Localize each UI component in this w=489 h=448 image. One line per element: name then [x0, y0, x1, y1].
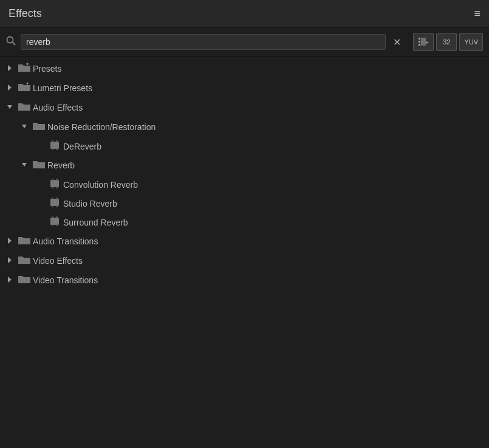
- svg-rect-28: [56, 205, 58, 207]
- yuv-button[interactable]: YUV: [459, 33, 483, 51]
- svg-rect-25: [52, 198, 53, 199]
- tree-item-label: Convolution Reverb: [63, 180, 138, 190]
- folder-star-icon: [16, 81, 33, 95]
- svg-line-1: [13, 43, 15, 45]
- chevron-icon: [4, 83, 16, 93]
- svg-marker-9: [8, 84, 12, 91]
- chevron-icon: [4, 275, 16, 285]
- folder-icon: [30, 159, 47, 172]
- search-input[interactable]: [21, 34, 386, 50]
- effect-icon: [46, 178, 63, 191]
- tree-item-noise-reduction[interactable]: Noise Reduction/Restoration: [0, 117, 489, 137]
- chevron-icon: [4, 256, 16, 266]
- svg-rect-20: [52, 179, 53, 181]
- svg-marker-6: [426, 41, 429, 44]
- svg-rect-4: [419, 44, 420, 46]
- tree-item-label: Video Transitions: [33, 275, 98, 285]
- svg-marker-35: [8, 257, 12, 263]
- tree-item-lumetri[interactable]: Lumetri Presets: [0, 78, 489, 98]
- search-bar: ✕ 32 YUV: [0, 28, 489, 57]
- chevron-icon: [18, 162, 30, 169]
- folder-icon: [30, 120, 47, 134]
- tree-item-audio-transitions[interactable]: Audio Transitions: [0, 232, 489, 251]
- svg-rect-27: [52, 205, 53, 207]
- toolbar-buttons: 32 YUV: [413, 33, 483, 51]
- effects-tree: Presets Lumetri Presets Audio Effects No…: [0, 57, 489, 446]
- svg-rect-32: [52, 224, 53, 226]
- folder-icon: [16, 235, 33, 248]
- tree-item-label: Surround Reverb: [63, 218, 128, 227]
- svg-marker-11: [7, 105, 12, 109]
- tree-item-label: Video Effects: [33, 256, 83, 266]
- chevron-icon: [18, 123, 30, 131]
- svg-rect-14: [52, 140, 53, 142]
- chevron-icon: [4, 64, 16, 74]
- svg-rect-17: [56, 148, 58, 150]
- effect-icon: [46, 140, 63, 153]
- tree-item-video-transitions[interactable]: Video Transitions: [0, 271, 489, 290]
- svg-rect-22: [52, 187, 53, 188]
- svg-rect-33: [56, 224, 58, 226]
- tree-item-reverb[interactable]: Reverb: [0, 156, 489, 175]
- search-icon: [6, 36, 16, 48]
- svg-rect-29: [50, 218, 59, 225]
- svg-rect-31: [56, 216, 58, 218]
- svg-rect-21: [56, 179, 58, 181]
- clear-search-button[interactable]: ✕: [391, 35, 403, 49]
- folder-icon: [16, 254, 33, 267]
- svg-rect-2: [419, 38, 420, 40]
- svg-marker-36: [8, 277, 12, 283]
- tree-item-label: Presets: [33, 64, 61, 74]
- tree-item-audio-effects[interactable]: Audio Effects: [0, 98, 489, 117]
- chevron-icon: [4, 104, 16, 111]
- svg-marker-8: [26, 63, 29, 65]
- tree-item-label: Noise Reduction/Restoration: [47, 122, 156, 132]
- folder-icon: [16, 101, 33, 114]
- tree-item-label: Studio Reverb: [63, 199, 117, 208]
- svg-rect-26: [56, 198, 58, 199]
- folder-star-icon: [16, 62, 33, 75]
- svg-rect-5: [421, 38, 426, 46]
- menu-icon[interactable]: ≡: [474, 7, 480, 20]
- svg-rect-13: [50, 142, 59, 149]
- svg-rect-16: [52, 148, 53, 150]
- tree-item-presets[interactable]: Presets: [0, 59, 489, 78]
- svg-rect-19: [50, 180, 59, 187]
- svg-marker-34: [8, 238, 12, 244]
- svg-marker-12: [22, 125, 27, 128]
- svg-rect-30: [52, 216, 53, 218]
- tree-item-convolution-reverb[interactable]: Convolution Reverb: [0, 175, 489, 194]
- folder-icon: [16, 274, 33, 287]
- svg-rect-3: [419, 41, 420, 43]
- chevron-icon: [4, 236, 16, 246]
- tree-item-label: Lumetri Presets: [33, 83, 92, 93]
- panel-title: Effects: [9, 7, 42, 20]
- panel-header: Effects ≡: [0, 0, 489, 28]
- effect-icon: [46, 197, 63, 210]
- svg-marker-7: [8, 65, 12, 71]
- tree-item-label: Reverb: [47, 160, 75, 170]
- accelerated-effects-button[interactable]: [413, 33, 434, 51]
- tree-item-label: DeReverb: [63, 142, 101, 151]
- svg-rect-24: [50, 199, 59, 206]
- svg-rect-23: [56, 187, 58, 188]
- tree-item-label: Audio Effects: [33, 103, 83, 112]
- svg-rect-15: [56, 140, 58, 142]
- tree-item-video-effects[interactable]: Video Effects: [0, 251, 489, 271]
- 32bit-button[interactable]: 32: [436, 33, 457, 51]
- tree-item-dereverb[interactable]: DeReverb: [0, 137, 489, 156]
- tree-item-label: Audio Transitions: [33, 236, 98, 246]
- svg-marker-18: [22, 163, 27, 167]
- tree-item-studio-reverb[interactable]: Studio Reverb: [0, 194, 489, 213]
- effect-icon: [46, 216, 63, 229]
- tree-item-surround-reverb[interactable]: Surround Reverb: [0, 213, 489, 232]
- svg-marker-10: [26, 82, 29, 84]
